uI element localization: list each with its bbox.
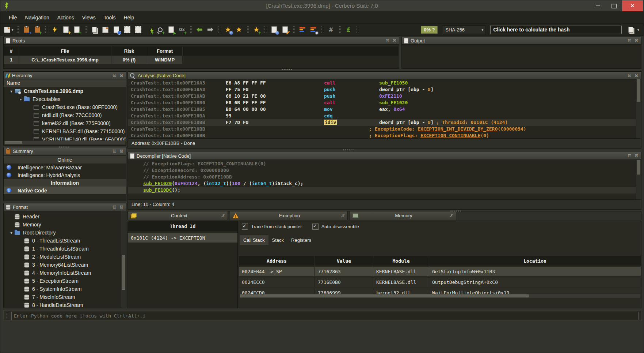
splitter-grip[interactable] xyxy=(59,146,70,148)
close-panel-icon[interactable] xyxy=(119,205,124,210)
disassembly-line[interactable]: CrashTest:.text:0x00FE10BA99cdq xyxy=(128,113,636,119)
decompiler-line[interactable]: // ExceptionAddress: 0x00FE10BB xyxy=(128,174,636,180)
maximize-button[interactable] xyxy=(606,0,622,11)
disassembly-line[interactable]: CrashTest:.text:0x00FE10A8FF 75 F8pushdw… xyxy=(128,86,636,93)
disassembly-line[interactable]: CrashTest:.text:0x00FE10B0E8 6B FF FF FF… xyxy=(128,99,636,106)
tab-stack[interactable]: Stack xyxy=(268,235,288,245)
analysis-vscrollbar[interactable] xyxy=(636,79,641,138)
tab-context[interactable]: Context xyxy=(128,211,228,220)
hierarchy-name-column-header[interactable]: Name xyxy=(4,79,126,87)
tab-exception[interactable]: Exception xyxy=(230,211,348,220)
splitter-grip[interactable] xyxy=(282,68,293,71)
summary-item[interactable]: Native Code xyxy=(4,187,126,194)
scrollbar-thumb[interactable] xyxy=(122,255,125,290)
disassembly-line[interactable]: CrashTest:.text:0x00FE10BB; ExceptionFla… xyxy=(128,132,636,139)
float-panel-icon[interactable] xyxy=(112,205,117,210)
close-panel-icon[interactable] xyxy=(634,38,639,43)
decompiler-view[interactable]: // ExceptionFlags: EXCEPTION_CONTINUABLE… xyxy=(128,159,636,200)
paste-scan-icon[interactable]: → xyxy=(21,25,31,34)
pin-icon[interactable] xyxy=(221,213,225,218)
close-panel-icon[interactable] xyxy=(634,154,639,158)
close-panel-icon[interactable] xyxy=(119,73,124,78)
hierarchy-item[interactable]: CrashTest.exe.3996.dmp xyxy=(4,87,126,95)
expander-icon[interactable] xyxy=(18,97,24,101)
summary-item[interactable]: Intelligence: MalwareBazaar xyxy=(4,164,126,171)
menu-item-tools[interactable]: Tools xyxy=(100,13,120,22)
format-item[interactable]: 1 - ThreadInfoListStream xyxy=(4,245,126,253)
table-row[interactable]: 0024ECC07716E0B0KERNELBASE.dllOutputDebu… xyxy=(239,278,641,287)
disassembly-line[interactable]: CrashTest:.text:0x00FE10AB68 10 21 FE 00… xyxy=(128,93,636,99)
hierarchy-hscrollbar[interactable] xyxy=(4,140,126,145)
copy-hash-button[interactable] xyxy=(626,25,636,34)
scrollbar-thumb[interactable] xyxy=(637,79,640,102)
bookmark-icon[interactable] xyxy=(234,25,244,34)
hierarchy-item[interactable]: ntdll.dll (Base: 77CC0000) xyxy=(4,111,126,119)
format-vscrollbar[interactable] xyxy=(121,211,126,308)
close-panel-icon[interactable] xyxy=(634,73,639,78)
decompiler-line[interactable]: // ExceptionFlags: EXCEPTION_CONTINUABLE… xyxy=(128,161,636,167)
paste-add-icon[interactable]: + xyxy=(32,25,42,34)
splitter-grip[interactable] xyxy=(343,149,354,151)
scrollbar-thumb[interactable] xyxy=(5,141,22,144)
format-item[interactable]: 8 - HandleDataStream xyxy=(4,301,126,309)
edit-notes-icon[interactable] xyxy=(280,25,290,34)
decompiler-vscrollbar[interactable] xyxy=(636,160,641,199)
disassembly-view[interactable]: CrashTest:.text:0x00FE10A3E8 A8 FF FF FF… xyxy=(128,79,636,139)
scan-file-icon[interactable] xyxy=(61,25,71,34)
scrollbar-thumb[interactable] xyxy=(240,294,529,297)
menu-item-actions[interactable]: Actions xyxy=(53,13,78,22)
layout-search-icon[interactable] xyxy=(308,25,319,34)
disassembly-line[interactable]: CrashTest:.text:0x00FE10B5B8 64 00 00 00… xyxy=(128,106,636,113)
reload-icon[interactable] xyxy=(111,25,121,34)
format-item[interactable]: 0 - ThreadListStream xyxy=(4,237,126,245)
float-panel-icon[interactable] xyxy=(627,154,632,158)
hierarchy-item[interactable]: KERNELBASE.dll (Base: 77150000) xyxy=(4,127,126,135)
splitter-grip[interactable] xyxy=(450,210,462,212)
close-panel-icon[interactable] xyxy=(392,38,397,43)
python-input[interactable] xyxy=(11,312,639,320)
import-file-icon[interactable] xyxy=(166,25,176,34)
callstack-hscrollbar[interactable] xyxy=(239,294,641,298)
checkbox-trace-from-stack-pointer[interactable]: Trace from stack pointer xyxy=(242,224,302,230)
hash-input[interactable] xyxy=(490,26,622,34)
decompiler-line[interactable]: sub_FE1020(0xFE2124, (int32_t)(100 / (in… xyxy=(128,180,636,187)
menu-item-views[interactable]: Views xyxy=(78,13,100,22)
report-web-icon[interactable] xyxy=(269,25,279,34)
thread-id-row[interactable]: 0x101C (4124) -> EXCEPTION xyxy=(128,233,237,243)
bookmark-add-icon[interactable]: + xyxy=(251,25,262,34)
disassembly-line[interactable]: CrashTest:.text:0x00FE10A3E8 A8 FF FF FF… xyxy=(128,80,636,86)
save-project-icon[interactable] xyxy=(100,25,110,34)
disassembly-line[interactable]: CrashTest:.text:0x00FE10BBF7 7D F8idivdw… xyxy=(128,119,636,126)
pin-icon[interactable] xyxy=(340,213,345,218)
format-item[interactable]: 5 - ExceptionStream xyxy=(4,277,126,285)
decompiler-line[interactable]: sub_FE10DC(); xyxy=(128,187,636,194)
scrollbar-thumb[interactable] xyxy=(637,160,640,174)
format-item[interactable]: 7 - MiscInfoStream xyxy=(4,293,126,301)
float-panel-icon[interactable] xyxy=(385,38,390,43)
expander-icon[interactable] xyxy=(8,231,15,235)
bookmark-web-icon[interactable] xyxy=(223,25,233,34)
float-panel-icon[interactable] xyxy=(627,38,632,43)
select-end-icon[interactable] xyxy=(133,25,143,34)
float-panel-icon[interactable] xyxy=(627,73,632,78)
drag-handle-icon[interactable] xyxy=(6,312,8,319)
scan-selection-icon[interactable]: + xyxy=(144,25,154,34)
risk-badge[interactable]: 0% ? xyxy=(421,26,438,34)
save-icon[interactable] xyxy=(4,25,14,34)
format-item[interactable]: 6 - SystemInfoStream xyxy=(4,285,126,293)
checkbox-auto-disassemble[interactable]: Auto-disassemble xyxy=(312,224,359,230)
select-start-icon[interactable] xyxy=(122,25,132,34)
expander-icon[interactable] xyxy=(8,89,15,93)
new-analysis-icon[interactable]: + xyxy=(72,25,82,34)
tab-memory[interactable]: Memory xyxy=(350,211,456,220)
summary-item[interactable]: Intelligence: HybridAnalysis xyxy=(4,171,126,179)
hierarchy-item[interactable]: kernel32.dll (Base: 775F0000) xyxy=(4,119,126,127)
copy-icon[interactable] xyxy=(89,25,99,34)
entropy-icon[interactable]: £ xyxy=(343,25,354,34)
close-panel-icon[interactable] xyxy=(119,149,124,154)
count-icon[interactable]: # xyxy=(326,25,336,34)
float-panel-icon[interactable] xyxy=(112,73,117,78)
menu-item-file[interactable]: File xyxy=(5,13,21,22)
back-icon[interactable] xyxy=(194,25,205,34)
format-item[interactable]: Root Directory xyxy=(4,229,126,237)
